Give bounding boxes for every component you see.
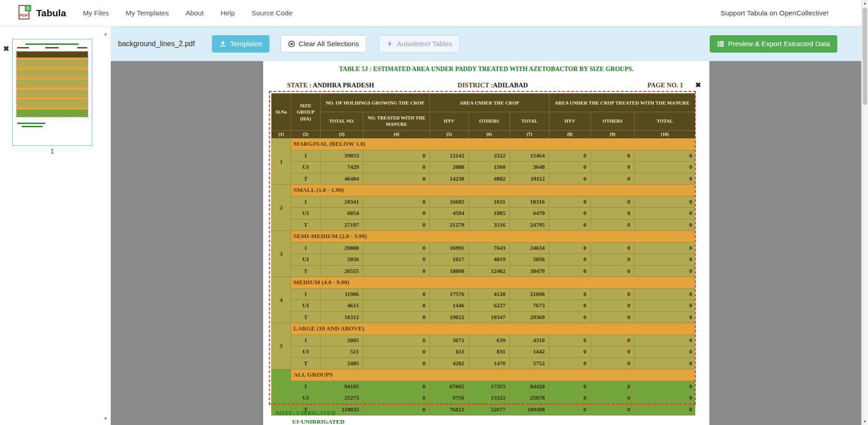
value-cell: 0 bbox=[591, 150, 635, 162]
header-size-group: SIZE GROUP (HA) bbox=[291, 94, 321, 131]
value-cell: 0 bbox=[363, 288, 430, 300]
table-row: UI46150144662277673000 bbox=[272, 300, 695, 312]
value-cell: 7429 bbox=[321, 162, 363, 173]
value-cell: 0 bbox=[635, 288, 695, 300]
value-cell: 4120 bbox=[469, 288, 510, 300]
value-cell: 0 bbox=[591, 242, 635, 254]
browser-scrollbar[interactable]: ▲ ▼ bbox=[861, 0, 868, 425]
value-cell: 0 bbox=[591, 404, 635, 415]
sidebar-scroll-up-icon[interactable]: ▲ bbox=[102, 32, 109, 36]
export-button[interactable]: Preview & Export Extracted Data bbox=[710, 35, 837, 53]
value-cell: 24795 bbox=[510, 219, 549, 231]
value-cell: 3516 bbox=[469, 219, 510, 231]
value-cell: 18008 bbox=[430, 265, 469, 277]
autodetect-tables-button[interactable]: Autodetect Tables bbox=[379, 35, 460, 53]
value-cell: 6854 bbox=[321, 208, 363, 220]
value-cell: 6227 bbox=[469, 300, 510, 312]
value-cell: 0 bbox=[549, 242, 591, 254]
value-cell: 1017 bbox=[430, 254, 469, 266]
support-link[interactable]: Support Tabula on OpenCollective! bbox=[721, 9, 829, 17]
table-row: UI58560101748195836000 bbox=[272, 254, 695, 266]
header-column-number: (7) bbox=[510, 131, 549, 138]
value-cell: 0 bbox=[363, 300, 430, 312]
value-cell: 11986 bbox=[321, 288, 363, 300]
nav-help[interactable]: Help bbox=[221, 9, 235, 17]
remove-file-button[interactable]: ✖ bbox=[2, 43, 10, 54]
table-row: UI52106118311442000 bbox=[272, 346, 695, 358]
value-cell: 611 bbox=[430, 346, 469, 358]
value-cell: 1560 bbox=[469, 162, 510, 173]
brand-link[interactable]: PDF Tabula bbox=[18, 5, 66, 22]
autodetect-tables-label: Autodetect Tables bbox=[397, 40, 453, 48]
value-cell: 0 bbox=[549, 392, 591, 404]
value-cell: 0 bbox=[363, 162, 430, 173]
scrollbar-up-icon[interactable]: ▲ bbox=[862, 1, 868, 5]
value-cell: 1470 bbox=[469, 358, 510, 369]
value-cell: 0 bbox=[549, 346, 591, 358]
table-row: UI68540459418856479000 bbox=[272, 208, 695, 220]
value-cell: 0 bbox=[591, 162, 635, 173]
scrollbar-thumb[interactable] bbox=[863, 8, 867, 105]
value-cell: 25275 bbox=[321, 392, 363, 404]
header-holdings-group: NO. OF HOLDINGS GROWING THE CROP bbox=[321, 94, 430, 112]
value-cell: 0 bbox=[591, 381, 635, 392]
sidebar-scroll-down-icon[interactable]: ▼ bbox=[102, 416, 109, 421]
value-cell: 16312 bbox=[321, 311, 363, 323]
svg-text:PDF: PDF bbox=[20, 13, 28, 18]
nav-my-templates[interactable]: My Templates bbox=[126, 9, 169, 17]
thumbnail-page-number: 1 bbox=[12, 148, 92, 155]
value-cell: 24634 bbox=[510, 242, 549, 254]
value-cell: 2088 bbox=[430, 162, 469, 173]
value-cell: 109498 bbox=[510, 404, 549, 415]
value-cell: 76821 bbox=[430, 404, 469, 415]
flash-icon bbox=[386, 40, 393, 48]
value-cell: 0 bbox=[549, 300, 591, 312]
value-cell: 0 bbox=[635, 162, 695, 173]
value-cell: 0 bbox=[549, 196, 591, 208]
table-row: T265550180081246230470000 bbox=[272, 265, 695, 277]
header-subcolumn: OTHERS bbox=[591, 112, 635, 131]
table-row: T24850428214705752000 bbox=[272, 358, 695, 369]
header-column-number: (8) bbox=[549, 131, 591, 138]
value-cell: 20800 bbox=[321, 242, 363, 254]
value-cell: 0 bbox=[635, 265, 695, 277]
value-cell: 0 bbox=[549, 208, 591, 220]
nav-my-files[interactable]: My Files bbox=[83, 9, 109, 17]
row-type: I bbox=[291, 242, 321, 254]
row-type: I bbox=[291, 150, 321, 162]
value-cell: 0 bbox=[635, 173, 695, 185]
main-nav: My Files My Templates About Help Source … bbox=[83, 9, 292, 17]
section-band-row: 5LARGE (10 AND ABOVE) bbox=[272, 323, 695, 335]
pdf-state: STATE : ANDHRA PRADESH bbox=[287, 81, 374, 89]
value-cell: 0 bbox=[549, 173, 591, 185]
pdf-note-2: UI-UNIRRIGATED bbox=[292, 418, 344, 425]
pdf-table-title: TABLE 5J : ESTIMATED AREA UNDER PADDY TR… bbox=[263, 66, 709, 73]
table-row: T163120190221034729369000 bbox=[272, 311, 695, 323]
value-cell: 3322 bbox=[469, 150, 510, 162]
scrollbar-down-icon[interactable]: ▼ bbox=[862, 420, 868, 424]
table-row: I941850670651735584420000 bbox=[272, 381, 695, 392]
section-number: 4 bbox=[272, 277, 291, 323]
document-viewport[interactable]: TABLE 5J : ESTIMATED AREA UNDER PADDY TR… bbox=[111, 61, 861, 425]
clear-selections-button[interactable]: Clear All Selections bbox=[281, 35, 367, 53]
table-list-icon bbox=[717, 40, 724, 48]
page-thumbnail[interactable] bbox=[12, 39, 92, 146]
value-cell: 0 bbox=[591, 300, 635, 312]
tabula-window: PDF Tabula My Files My Templates About H… bbox=[0, 0, 868, 425]
table-colnum-row: (1)(2)(3)(4)(5)(6)(7)(8)(9)(10) bbox=[272, 131, 695, 138]
pdf-page[interactable]: TABLE 5J : ESTIMATED AREA UNDER PADDY TR… bbox=[263, 61, 709, 425]
nav-about[interactable]: About bbox=[185, 9, 204, 17]
nav-source-code[interactable]: Source Code bbox=[252, 9, 292, 17]
section-name: LARGE (10 AND ABOVE) bbox=[291, 323, 695, 335]
value-cell: 639 bbox=[469, 334, 510, 346]
row-type: UI bbox=[291, 346, 321, 358]
header-column-number: (4) bbox=[363, 131, 430, 138]
selection-close-icon[interactable]: ✖ bbox=[695, 81, 701, 89]
thumb-table bbox=[16, 51, 88, 117]
value-cell: 0 bbox=[363, 346, 430, 358]
pdf-district: DISTRICT :ADILABAD bbox=[458, 81, 528, 89]
value-cell: 29369 bbox=[510, 311, 549, 323]
value-cell: 0 bbox=[635, 358, 695, 369]
templates-button[interactable]: Templates bbox=[212, 35, 269, 53]
value-cell: 0 bbox=[635, 300, 695, 312]
